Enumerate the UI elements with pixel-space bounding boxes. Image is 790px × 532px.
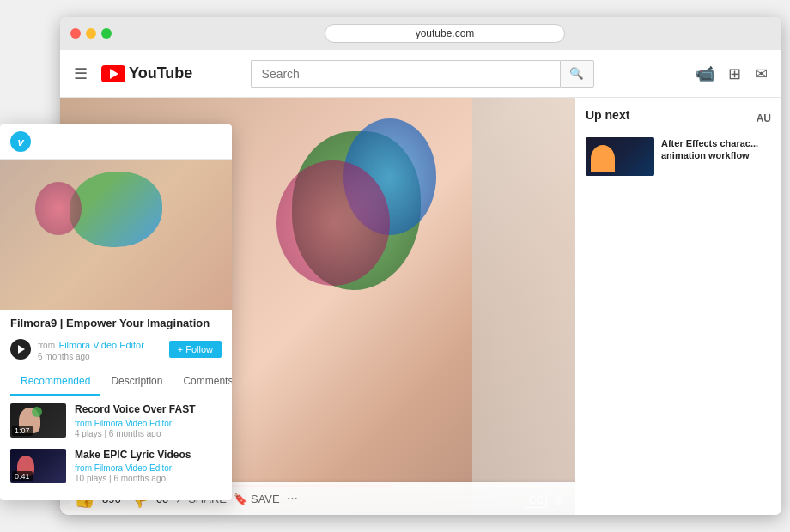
rec-duration-1: 1:07	[12, 426, 33, 436]
tab-description[interactable]: Description	[100, 368, 173, 396]
rec-channel-1: from Filmora Video Editor	[75, 419, 222, 428]
address-bar: youtube.com	[153, 24, 737, 43]
vimeo-time-ago: 6 months ago	[38, 352, 162, 361]
header-icons: 📹 ⊞ ✉	[696, 64, 768, 83]
youtube-logo[interactable]: YouTube	[101, 64, 192, 82]
save-icon: 🔖	[234, 493, 247, 505]
upload-icon[interactable]: 📹	[696, 64, 714, 83]
search-icon: 🔍	[569, 67, 584, 80]
rec-title-2: Make EPIC Lyric Videos	[75, 449, 222, 462]
rec-meta-1: 4 plays | 6 months ago	[75, 428, 222, 440]
vimeo-follow-button[interactable]: + Follow	[169, 341, 222, 358]
vimeo-main-thumbnail[interactable]	[0, 160, 232, 310]
browser-titlebar: youtube.com	[60, 17, 781, 50]
vimeo-from-label: from Filmora Video Editor	[38, 336, 162, 352]
rec-info-1: Record Voice Over FAST from Filmora Vide…	[75, 403, 222, 440]
tab-recommended[interactable]: Recommended	[10, 368, 100, 396]
youtube-header: ☰ YouTube 🔍 📹 ⊞ ✉	[60, 50, 781, 98]
vimeo-tabs: Recommended Description Comments	[0, 368, 232, 396]
rec-makeup-dot	[32, 407, 42, 417]
more-actions-button[interactable]: ···	[287, 491, 298, 506]
rec-thumb-1: 1:07	[10, 403, 66, 438]
youtube-logo-text: YouTube	[129, 64, 192, 82]
vimeo-channel-name[interactable]: Filmora Video Editor	[58, 340, 143, 350]
search-input[interactable]	[251, 60, 560, 88]
rec-title-1: Record Voice Over FAST	[75, 403, 222, 417]
up-next-label: Up next	[586, 108, 629, 122]
vimeo-header: v	[0, 124, 232, 160]
rec-meta-2: 10 plays | 6 months ago	[75, 473, 222, 485]
search-button[interactable]: 🔍	[560, 60, 594, 88]
tab-comments[interactable]: Comments	[173, 368, 232, 396]
list-item[interactable]: 1:07 Record Voice Over FAST from Filmora…	[10, 403, 222, 440]
vimeo-channel-icon	[10, 339, 31, 360]
rec-info-2: Make EPIC Lyric Videos from Filmora Vide…	[75, 449, 222, 486]
vimeo-play-overlay	[0, 160, 232, 310]
vimeo-from-text: from	[38, 341, 55, 350]
list-item[interactable]: 0:41 Make EPIC Lyric Videos from Filmora…	[10, 449, 222, 486]
curtain-right	[472, 98, 575, 515]
traffic-lights	[70, 28, 112, 39]
rec-channel-2: from Filmora Video Editor	[75, 463, 222, 473]
search-container: 🔍	[251, 60, 594, 88]
sidebar-thumb	[586, 137, 654, 176]
person-silhouette	[591, 145, 615, 172]
vimeo-recommended-list: 1:07 Record Voice Over FAST from Filmora…	[0, 396, 232, 500]
url-field[interactable]: youtube.com	[325, 24, 565, 43]
close-button[interactable]	[70, 28, 81, 39]
youtube-sidebar: Up next AU After Effects charac... anima…	[575, 98, 781, 515]
rec-thumb-2: 0:41	[10, 449, 66, 483]
vimeo-channel-info: from Filmora Video Editor 6 months ago	[38, 336, 162, 361]
vimeo-popup: v Filmora9 | Empower Your Imagination fr…	[0, 124, 232, 500]
apps-icon[interactable]: ⊞	[728, 64, 741, 83]
save-button[interactable]: 🔖 SAVE	[234, 493, 280, 505]
maximize-button[interactable]	[101, 28, 112, 39]
minimize-button[interactable]	[86, 28, 96, 39]
vimeo-logo: v	[10, 131, 31, 152]
autoplay-label: AU	[757, 112, 771, 124]
youtube-logo-icon	[101, 65, 125, 82]
rec-duration-2: 0:41	[12, 471, 33, 481]
sidebar-video-info: After Effects charac... animation workfl…	[661, 137, 771, 176]
up-next-row: Up next AU	[586, 108, 771, 129]
vimeo-channel-row: from Filmora Video Editor 6 months ago +…	[0, 333, 232, 368]
menu-icon[interactable]: ☰	[74, 64, 88, 83]
sidebar-video-item[interactable]: After Effects charac... animation workfl…	[586, 137, 771, 176]
messages-icon[interactable]: ✉	[755, 64, 768, 83]
vimeo-video-title: Filmora9 | Empower Your Imagination	[0, 310, 232, 333]
makeup-pink	[276, 160, 390, 286]
sidebar-video-title: After Effects charac... animation workfl…	[661, 137, 771, 162]
